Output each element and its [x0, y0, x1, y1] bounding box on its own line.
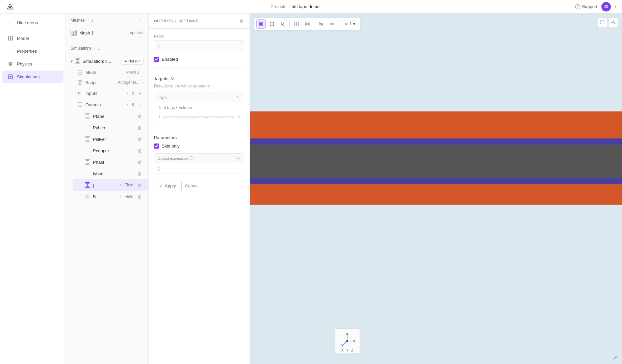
enabled-label: Enabled — [162, 57, 178, 62]
nav-item-model[interactable]: Model — [2, 32, 63, 44]
scene-stripe-blue-bottom — [250, 178, 622, 184]
output-icon-b — [85, 194, 90, 199]
delete-b-button[interactable]: 🗑 — [136, 193, 144, 200]
vp-cursor-button[interactable] — [278, 19, 287, 29]
slider-dot — [191, 116, 193, 119]
output-item-phast[interactable]: Phast 🗑 — [73, 156, 148, 168]
enabled-checkbox[interactable] — [154, 57, 159, 62]
output-list: Ptape 🗑 Pybco 🗑 — [73, 110, 148, 202]
output-item-j[interactable]: j • Field 🗑 — [73, 179, 148, 191]
expr-fx-button[interactable]: ƒx — [236, 156, 240, 160]
sim-child-inputs[interactable]: fx Inputs • 0 + — [73, 87, 148, 99]
vp-hide1-button[interactable] — [316, 19, 326, 29]
svg-point-37 — [87, 184, 88, 186]
output-item-pybco[interactable]: Pybco 🗑 — [73, 122, 148, 133]
expr-info-icon[interactable]: ⓘ — [189, 156, 193, 161]
add-output-button[interactable]: + — [137, 101, 144, 108]
vp-counter[interactable]: 1 ▾ — [341, 21, 358, 27]
name-input[interactable] — [154, 40, 244, 51]
delete-ptape-button[interactable]: 🗑 — [136, 113, 144, 120]
output-icon-phast — [85, 159, 90, 165]
output-item-pcopper[interactable]: Pcopper 🗑 — [73, 145, 148, 156]
vp-settings-button[interactable] — [608, 18, 618, 27]
skin-only-checkbox[interactable] — [154, 144, 159, 149]
vp-fullscreen-button[interactable] — [598, 18, 607, 27]
output-type-b: Field — [125, 194, 133, 199]
slider-dot — [232, 116, 235, 119]
vp-select-button[interactable] — [256, 19, 266, 29]
delete-psilver-button[interactable]: 🗑 — [136, 136, 144, 142]
vp-view1-button[interactable] — [292, 19, 301, 29]
nav-item-hide-menu[interactable]: ← Hide menu — [2, 17, 63, 29]
delete-pcopper-button[interactable]: 🗑 — [136, 147, 144, 154]
scene-stripe-blue-top — [250, 138, 622, 145]
svg-rect-43 — [294, 22, 296, 26]
output-icon-pybco — [85, 125, 90, 130]
user-avatar[interactable]: JR — [601, 2, 611, 11]
output-item-ptape[interactable]: Ptape 🗑 — [73, 110, 148, 122]
axis-x-label: X — [341, 348, 344, 352]
svg-marker-56 — [346, 333, 348, 335]
sim-run-button[interactable]: ▶ Not run — [122, 58, 144, 64]
output-item-iybco[interactable]: Iybco 🗑 — [73, 168, 148, 179]
svg-rect-44 — [297, 22, 299, 26]
nav-item-properties[interactable]: Properties — [2, 45, 63, 57]
svg-point-53 — [346, 24, 347, 25]
output-item-psilver[interactable]: Psilver 🗑 — [73, 133, 148, 145]
apply-button[interactable]: ✓ Apply — [154, 181, 182, 191]
svg-rect-31 — [86, 126, 89, 129]
vp-hide2-button[interactable] — [327, 19, 337, 29]
target-card: ✎ ↻ 5 tags • Volume 1 — [154, 92, 244, 121]
output-icon-psilver — [85, 136, 90, 142]
compass: X Y Z — [335, 329, 360, 354]
target-card-header: ✎ — [154, 92, 244, 103]
delete-j-button[interactable]: 🗑 — [136, 182, 144, 188]
output-name-pybco: Pybco — [93, 125, 133, 130]
targets-refresh-button[interactable]: ↻ — [171, 76, 175, 81]
app-logo — [5, 2, 15, 11]
add-input-button[interactable]: + — [137, 90, 144, 97]
target-edit-button[interactable]: ✎ — [236, 95, 240, 100]
list-icon — [7, 48, 14, 54]
avatar-dropdown-icon[interactable]: ▾ — [615, 5, 617, 8]
projects-link[interactable]: Projects — [270, 4, 286, 9]
output-name-pcopper: Pcopper — [93, 148, 133, 153]
output-name-iybco: Iybco — [93, 171, 133, 176]
axis-y-label: Y — [346, 348, 348, 352]
svg-text:fx: fx — [78, 92, 81, 95]
target-name-input[interactable] — [158, 95, 236, 100]
nav-item-simulations[interactable]: Simulations — [2, 71, 63, 83]
add-simulation-button[interactable]: + — [137, 45, 144, 52]
support-button[interactable]: ? Support — [575, 4, 597, 9]
vp-view2-button[interactable] — [303, 19, 312, 29]
cancel-button[interactable]: Cancel — [185, 183, 199, 188]
output-name-j: j — [93, 183, 116, 188]
settings-delete-button[interactable]: 🗑 — [239, 18, 244, 24]
sim-child-mesh[interactable]: Mesh Mesh 1 › — [73, 67, 148, 77]
vp-box-button[interactable] — [267, 19, 277, 29]
nav-sidebar: ← Hide menu Model Propertie — [0, 14, 66, 364]
delete-phast-button[interactable]: 🗑 — [136, 159, 144, 165]
svg-rect-33 — [86, 149, 89, 152]
output-item-b[interactable]: B • Field 🗑 — [73, 191, 148, 202]
breadcrumb: Projects / hts tape demo — [270, 4, 319, 9]
svg-point-54 — [613, 22, 614, 23]
output-icon-iybco — [85, 171, 90, 176]
simulations-label: Simulations • 1 — [71, 46, 100, 51]
svg-marker-58 — [354, 340, 356, 342]
sim-child-script[interactable]: Script Autogener... › — [73, 77, 148, 87]
sim-collapse-button[interactable]: ▾ — [71, 59, 73, 64]
sim-child-outputs[interactable]: Outputs • 8 + — [73, 99, 148, 110]
slider-dot — [177, 116, 180, 119]
scene-stripe-orange-bottom — [250, 184, 622, 205]
delete-iybco-button[interactable]: 🗑 — [136, 170, 144, 177]
delete-pybco-button[interactable]: 🗑 — [136, 124, 144, 131]
counter-dropdown-icon[interactable]: ▾ — [353, 22, 355, 26]
vp-resize-handle[interactable]: ⤢ — [612, 355, 618, 361]
script-child-arrow: › — [142, 80, 144, 85]
skin-only-label: Skin only — [162, 144, 180, 149]
add-mesh-button[interactable]: + — [137, 17, 144, 24]
nav-item-physics[interactable]: Physics — [2, 58, 63, 70]
output-name-b: B — [93, 194, 116, 199]
inputs-icon: fx — [77, 90, 83, 96]
